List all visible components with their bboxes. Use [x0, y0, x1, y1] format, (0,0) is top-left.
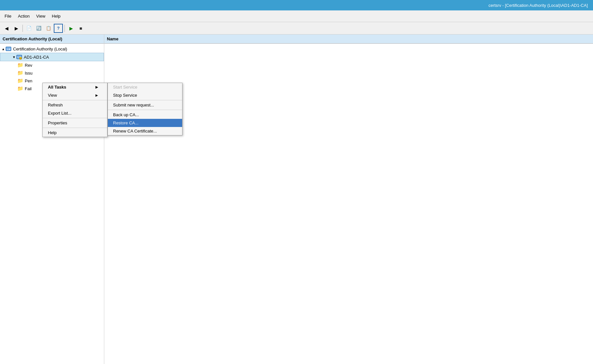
menu-restore-ca[interactable]: Restore CA... — [108, 119, 182, 127]
menu-submit-request[interactable]: Submit new request... — [108, 101, 182, 109]
primary-sep-2 — [43, 118, 107, 118]
toolbar-sep-1 — [22, 25, 23, 32]
folder-icon-pen: 📁 — [17, 77, 23, 84]
help-toolbar-button[interactable]: ? — [54, 24, 63, 33]
failed-label: Fail — [25, 86, 32, 91]
forward-button[interactable]: ▶ — [12, 24, 21, 33]
menu-all-tasks[interactable]: All Tasks ▶ — [43, 83, 107, 91]
primary-sep-1 — [43, 100, 107, 100]
menu-view[interactable]: View ▶ — [43, 91, 107, 99]
menu-view[interactable]: View — [33, 12, 49, 20]
primary-sep-3 — [43, 128, 107, 128]
refresh-button[interactable]: 🔄 — [34, 24, 43, 33]
right-panel-header: Name — [104, 35, 593, 44]
menu-properties[interactable]: Properties — [43, 119, 107, 127]
folder-icon-rev: 📁 — [17, 62, 23, 68]
menu-start-service: Start Service — [108, 83, 182, 91]
list-button[interactable]: 📋 — [44, 24, 53, 33]
svg-rect-2 — [7, 48, 10, 49]
menu-action[interactable]: Action — [15, 12, 33, 20]
revoked-label: Rev — [25, 63, 32, 68]
pending-label: Pen — [25, 78, 32, 83]
left-panel-title: Certification Authority (Local) — [3, 36, 62, 41]
tree-revoked[interactable]: 📁 Rev — [0, 61, 104, 69]
secondary-sep-1 — [108, 100, 182, 100]
toolbar: ◀ ▶ 📄 🔄 📋 ? ▶ ■ — [0, 22, 593, 35]
menu-help[interactable]: Help — [43, 129, 107, 137]
secondary-sep-2 — [108, 110, 182, 110]
menu-bar: File Action View Help — [0, 10, 593, 22]
menu-backup-ca[interactable]: Back up CA... — [108, 111, 182, 119]
left-panel-header: Certification Authority (Local) — [0, 35, 104, 44]
secondary-context-menu[interactable]: Start Service Stop Service Submit new re… — [108, 83, 182, 135]
tree-issued[interactable]: 📁 Issu — [0, 69, 104, 77]
svg-rect-6 — [18, 56, 21, 57]
title-text: certsrv - [Certification Authority (Loca… — [488, 3, 588, 8]
view-arrow: ▶ — [95, 93, 98, 97]
all-tasks-arrow: ▶ — [95, 85, 98, 89]
menu-help[interactable]: Help — [49, 12, 64, 20]
menu-renew-cert[interactable]: Renew CA Certificate... — [108, 127, 182, 135]
menu-file[interactable]: File — [1, 12, 15, 20]
primary-context-menu[interactable]: All Tasks ▶ View ▶ Refresh Export List..… — [42, 83, 108, 137]
title-bar: certsrv - [Certification Authority (Loca… — [0, 0, 593, 10]
copy-button[interactable]: 📄 — [24, 24, 34, 33]
stop-button[interactable]: ■ — [76, 24, 85, 33]
folder-icon-fail: 📁 — [17, 85, 23, 92]
run-button[interactable]: ▶ — [66, 24, 76, 33]
tree-ad1-ca[interactable]: ▼ CA AD1-AD1-CA — [0, 53, 104, 61]
ca-label: AD1-AD1-CA — [24, 55, 49, 60]
ca-arrow: ▼ — [12, 55, 16, 59]
svg-text:CA: CA — [19, 58, 22, 60]
menu-stop-service[interactable]: Stop Service — [108, 91, 182, 99]
root-label: Certification Authority (Local) — [13, 47, 67, 51]
back-button[interactable]: ◀ — [2, 24, 11, 33]
toolbar-sep-2 — [65, 25, 65, 32]
svg-rect-3 — [7, 49, 9, 49]
root-icon — [5, 46, 12, 52]
root-arrow: ▲ — [1, 47, 5, 51]
folder-icon-issu: 📁 — [17, 70, 23, 76]
menu-refresh[interactable]: Refresh — [43, 101, 107, 109]
tree-root[interactable]: ▲ Certification Authority (Local) — [0, 45, 104, 53]
issued-label: Issu — [25, 71, 33, 76]
ca-icon: CA — [16, 54, 22, 60]
right-panel-title: Name — [107, 36, 118, 41]
main-area: Certification Authority (Local) ▲ Certif… — [0, 35, 593, 364]
menu-export-list[interactable]: Export List... — [43, 109, 107, 117]
